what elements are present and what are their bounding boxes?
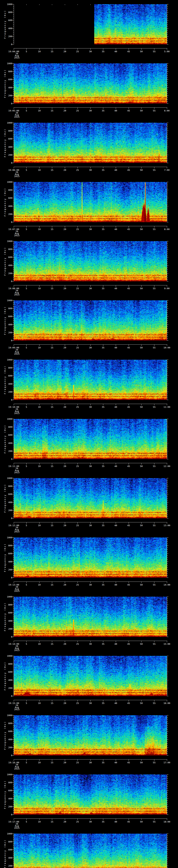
y-axis-minor-tick [13,778,14,779]
right-axis-tick [167,300,169,301]
spectrogram-panel: Frequency (Hz) 0200400600800100019:13:00… [0,533,178,593]
right-axis-minor-tick [167,338,168,339]
y-axis-tick [12,502,14,502]
y-axis-minor-tick [13,34,14,34]
right-axis-minor-tick [167,864,168,864]
right-axis-minor-tick [167,660,168,660]
right-axis-minor-tick [167,743,168,744]
time-axis-tick [65,819,65,820]
y-axis-tick-label: 600 [5,19,12,21]
top-axis-tick [167,478,167,479]
top-axis-tick [52,123,52,124]
right-axis-minor-tick [167,795,168,795]
top-axis-tick [167,715,167,716]
right-axis-minor-tick [167,753,168,753]
y-axis-title: Frequency (Hz) [4,188,6,216]
top-axis-tick [65,419,65,420]
time-axis-tick [116,819,116,820]
y-axis-minor-tick [13,676,14,676]
y-axis-minor-tick [13,153,14,153]
y-axis-tick-label: 200 [5,865,12,867]
y-axis-tick-label: 200 [5,391,12,393]
top-axis-tick [141,419,142,420]
top-axis-tick [90,715,91,716]
top-axis-tick [65,537,65,538]
top-axis-tick [116,360,116,361]
right-axis-minor-tick [167,304,168,305]
time-axis-tick [65,167,65,168]
x-axis-end-label: 14:00 [156,584,177,586]
spectrogram-panel: Frequency (Hz) 0200400600800100019:12:00… [0,474,178,533]
top-axis-tick [90,834,91,835]
y-axis-tick-label: 400 [5,857,12,859]
y-axis-title: Frequency (Hz) [4,365,6,394]
time-axis-tick [116,345,116,346]
y-axis-tick-label: 0 [5,162,12,164]
y-axis-tick-label: 400 [5,87,12,89]
right-axis-tick [167,4,169,4]
spectrogram-canvas [14,300,167,341]
y-axis-tick-label: 400 [5,738,12,741]
time-axis-tick [116,167,116,168]
right-axis-minor-tick [167,261,168,261]
y-axis-tick-label: 400 [5,798,12,800]
right-axis-minor-tick [167,310,168,311]
y-axis-minor-tick [13,259,14,259]
y-axis-minor-tick [13,840,14,840]
date-line: 2015 [6,471,27,473]
time-axis-tick [26,522,27,524]
y-axis-minor-tick [13,251,14,251]
y-axis-tick [12,63,14,64]
right-axis-minor-tick [167,194,168,194]
y-axis-minor-tick [13,862,14,862]
right-axis-minor-tick [167,161,168,161]
top-axis-tick [116,4,116,5]
y-axis-minor-tick [13,89,14,90]
y-axis-minor-tick [13,490,14,490]
y-axis-tick-label: 0 [5,577,12,579]
y-axis-tick-label: 200 [5,509,12,512]
y-axis-minor-tick [13,776,14,777]
y-axis-minor-tick [13,500,14,500]
top-axis-tick [90,360,91,361]
right-axis-minor-tick [167,735,168,736]
top-axis-tick [90,656,91,657]
y-axis-minor-tick [13,574,14,574]
y-axis-tick-label: 600 [5,789,12,792]
right-axis-minor-tick [167,449,168,449]
time-axis-tick [90,522,91,524]
x-axis-end-label: 9:00 [156,287,177,289]
time-axis-tick [154,819,154,820]
y-axis-tick-label: 1000 [5,833,12,835]
right-axis-tick [167,44,169,44]
y-axis-tick-label: 600 [5,612,12,614]
top-axis-tick [154,241,154,242]
y-axis-tick [12,723,14,723]
top-axis-tick [26,419,27,420]
y-axis-tick [12,834,14,834]
y-axis-tick-label: 0 [5,636,12,638]
time-axis-tick [90,819,91,820]
y-axis-tick [12,249,14,249]
y-axis-tick [12,198,14,198]
y-axis-tick-label: 800 [5,663,12,665]
right-axis-minor-tick [167,539,168,540]
x-axis-end-label: 12:00 [156,465,177,467]
y-axis-tick [12,459,14,459]
right-axis-tick [167,163,169,163]
x-axis-end-label: 17:00 [156,762,177,764]
right-axis-minor-tick [167,780,168,781]
time-axis-tick [26,226,27,227]
y-axis-minor-tick [13,24,14,25]
y-axis-tick-label: 0 [5,754,12,756]
y-axis-minor-tick [13,804,14,805]
right-axis-minor-tick [167,394,168,394]
top-axis-tick [141,715,142,716]
y-axis-tick-label: 200 [5,94,12,97]
date-line: 2015 [6,590,27,592]
right-axis-minor-tick [167,18,168,19]
top-axis-tick [167,834,167,835]
right-axis-minor-tick [167,676,168,676]
y-axis-tick [12,782,14,783]
right-axis-minor-tick [167,674,168,674]
